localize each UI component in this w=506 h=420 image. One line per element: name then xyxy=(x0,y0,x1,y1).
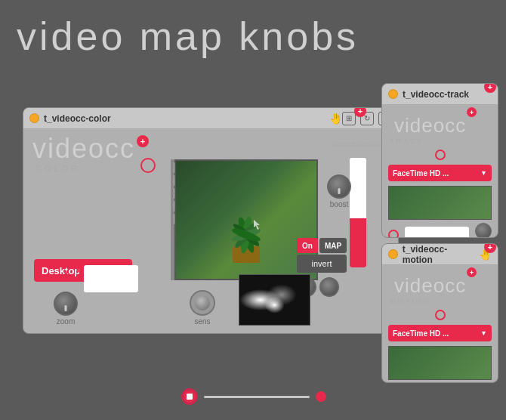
rot-knob-2[interactable] xyxy=(319,277,339,297)
window-title-motion: t_videocc-motion xyxy=(403,244,476,265)
track-pink-circle xyxy=(435,150,446,160)
progress-line xyxy=(204,396,310,398)
zoom-area: zoom xyxy=(54,292,78,326)
boost-label: boost xyxy=(330,200,348,208)
level-bar xyxy=(350,158,366,267)
motion-dropdown-arrow: ▼ xyxy=(480,329,487,337)
window-color: t_videocc-color 🤚 ⊞ ↻ □ + videocc + COLO… xyxy=(23,107,399,334)
progress-left-dot-container xyxy=(181,388,198,405)
motion-pink-circle xyxy=(435,310,446,320)
traffic-light-yellow[interactable] xyxy=(29,113,39,123)
track-input[interactable] xyxy=(405,227,469,239)
titlebar-motion: t_videocc-motion 🤚 + xyxy=(382,244,498,265)
motion-body: videocc + MOTION FaceTime HD ... ▼ zoom xyxy=(382,265,498,383)
invert-button[interactable]: invert xyxy=(297,255,347,273)
progress-dot-icon xyxy=(187,394,193,400)
input-white-box[interactable] xyxy=(84,265,138,292)
window-color-body: videocc + COLOR tommasorosati.it xyxy=(23,129,398,333)
window-track: t_videocc-track + videocc + TRACK FaceTi… xyxy=(381,83,498,238)
on-map-row: On MAP xyxy=(297,238,347,253)
video-inner xyxy=(176,161,316,279)
track-video xyxy=(388,186,492,220)
motion-logo: videocc xyxy=(388,270,472,298)
sens-knob[interactable] xyxy=(190,290,215,316)
track-zoom-knob[interactable] xyxy=(475,223,492,238)
track-sub: TRACK xyxy=(382,137,498,145)
track-dropdown[interactable]: FaceTime HD ... ▼ xyxy=(388,165,492,181)
on-button[interactable]: On xyxy=(297,238,318,253)
titlebar-track: t_videocc-track + xyxy=(382,84,498,105)
motion-noise xyxy=(239,275,310,325)
logo-area: videocc + COLOR xyxy=(32,135,135,173)
motion-dropdown[interactable]: FaceTime HD ... ▼ xyxy=(388,325,492,341)
plus-badge-track: + xyxy=(484,83,496,93)
progress-dot-right[interactable] xyxy=(316,391,326,402)
window-title-color: t_videocc-color xyxy=(44,113,111,124)
plus-badge-motion: + xyxy=(484,243,496,253)
track-logo-plus: + xyxy=(467,107,477,117)
zoom-label: zoom xyxy=(57,317,75,326)
level-fill xyxy=(350,218,366,267)
pink-circle-bottom-left xyxy=(66,267,81,282)
traffic-light-motion[interactable] xyxy=(388,249,398,259)
icon-grid[interactable]: ⊞ xyxy=(342,112,356,125)
track-pink-bottom xyxy=(388,230,399,239)
motion-preview xyxy=(239,274,310,326)
logo-sub: COLOR xyxy=(35,164,135,173)
track-dropdown-label: FaceTime HD ... xyxy=(393,169,480,178)
track-dropdown-arrow: ▼ xyxy=(480,169,487,177)
zoom-left-area: zoom xyxy=(54,292,78,326)
page-title: video map knobs xyxy=(17,14,359,59)
motion-bottom-row: zoom xyxy=(382,380,498,383)
motion-video xyxy=(388,346,492,380)
traffic-light-track[interactable] xyxy=(388,89,398,99)
subtitle-text: tommasorosati.it xyxy=(332,140,387,148)
sens-inner xyxy=(195,295,210,310)
map-button[interactable]: MAP xyxy=(319,238,347,253)
window-title-track: t_videocc-track xyxy=(403,89,469,100)
track-body: videocc + TRACK FaceTime HD ... ▼ zoom xyxy=(382,105,498,238)
sens-area: sens xyxy=(190,290,215,326)
boost-area: boost xyxy=(327,174,351,208)
motion-sub: MOTION xyxy=(382,298,498,305)
window-motion: t_videocc-motion 🤚 + videocc + MOTION Fa… xyxy=(381,243,498,383)
logo-text: videocc xyxy=(32,133,135,164)
track-logo: videocc xyxy=(388,110,472,137)
track-zoom-area: zoom xyxy=(475,223,492,238)
motion-dropdown-label: FaceTime HD ... xyxy=(393,329,480,338)
titlebar-color: t_videocc-color 🤚 ⊞ ↻ □ + xyxy=(23,108,398,129)
hand-icon: 🤚 xyxy=(329,113,342,125)
progress-bar-area xyxy=(181,388,326,405)
logo-plus: + xyxy=(137,135,149,147)
pink-circle-top xyxy=(140,158,156,173)
sens-label: sens xyxy=(194,317,210,326)
motion-logo-plus: + xyxy=(467,267,477,277)
track-bottom-row: zoom xyxy=(382,220,498,238)
plant-svg xyxy=(208,171,284,269)
zoom-knob[interactable] xyxy=(54,292,78,316)
boost-knob[interactable] xyxy=(327,174,351,199)
